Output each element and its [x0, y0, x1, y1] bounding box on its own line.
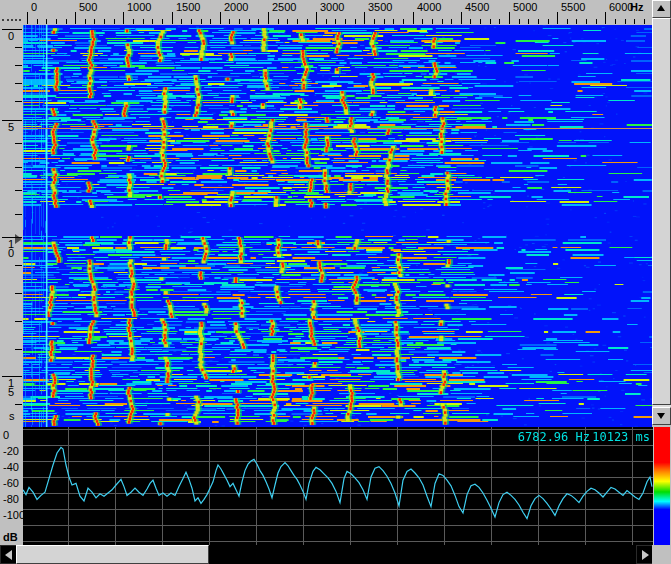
- freq-tick-label: 4000: [417, 1, 441, 13]
- vertical-scrollbar-thumb[interactable]: [652, 18, 671, 405]
- freq-minor-tick: [480, 19, 481, 24]
- horizontal-scrollbar[interactable]: [0, 545, 671, 564]
- db-tick-label: 0: [3, 429, 9, 441]
- freq-minor-tick: [56, 19, 57, 24]
- freq-major-tick: [123, 12, 124, 24]
- time-minor-tick: [15, 321, 22, 322]
- freq-major-tick: [220, 12, 221, 24]
- db-axis-panel: dB 0-20-40-60-80-100: [0, 427, 24, 545]
- spectrum-plot-canvas: [23, 427, 653, 545]
- freq-minor-tick: [201, 19, 202, 24]
- freq-minor-tick: [191, 19, 192, 24]
- freq-major-tick: [172, 12, 173, 24]
- time-tick-label: 5: [8, 123, 14, 132]
- vertical-scrollbar[interactable]: [652, 0, 671, 424]
- freq-tick-label: 5500: [561, 1, 585, 13]
- freq-tick-label: 1500: [176, 1, 200, 13]
- time-minor-tick: [15, 47, 22, 48]
- freq-minor-tick: [133, 19, 134, 24]
- freq-major-tick: [605, 12, 606, 24]
- freq-minor-tick: [104, 19, 105, 24]
- time-minor-tick: [15, 83, 22, 84]
- frequency-readout: 6782.96 Hz: [430, 430, 590, 444]
- freq-minor-tick: [432, 19, 433, 24]
- time-readout: 10123 ms: [592, 430, 650, 444]
- freq-minor-tick: [548, 19, 549, 24]
- horizontal-scrollbar-thumb[interactable]: [16, 545, 209, 564]
- freq-minor-tick: [152, 19, 153, 24]
- freq-minor-tick: [37, 19, 38, 24]
- freq-major-tick: [27, 12, 28, 24]
- freq-minor-tick: [239, 19, 240, 24]
- freq-minor-tick: [162, 19, 163, 24]
- freq-minor-tick: [567, 19, 568, 24]
- freq-minor-tick: [374, 19, 375, 24]
- freq-tick-label: 2500: [272, 1, 296, 13]
- scroll-down-button[interactable]: [652, 407, 671, 425]
- freq-minor-tick: [46, 19, 47, 24]
- freq-minor-tick: [625, 19, 626, 24]
- time-tick-label: 0: [8, 32, 14, 41]
- freq-major-tick: [364, 12, 365, 24]
- freq-minor-tick: [278, 19, 279, 24]
- freq-tick-label: 500: [79, 1, 97, 13]
- freq-major-tick: [509, 12, 510, 24]
- time-minor-tick: [15, 349, 22, 350]
- freq-minor-tick: [384, 19, 385, 24]
- time-minor-tick: [15, 404, 22, 405]
- frequency-ruler: Hz 0500100015002000250030003500400045005…: [23, 0, 652, 26]
- time-minor-tick: [15, 167, 22, 168]
- spectrogram-canvas[interactable]: [23, 25, 652, 427]
- freq-minor-tick: [114, 19, 115, 24]
- freq-minor-tick: [287, 19, 288, 24]
- time-tick-label: 1 5: [8, 379, 14, 397]
- freq-minor-tick: [66, 19, 67, 24]
- freq-minor-tick: [326, 19, 327, 24]
- corner-grip: [2, 19, 21, 21]
- freq-minor-tick: [644, 19, 645, 24]
- time-minor-tick: [15, 143, 22, 144]
- freq-minor-tick: [210, 19, 211, 24]
- right-arrow-icon: [642, 550, 649, 560]
- freq-tick-label: 3500: [368, 1, 392, 13]
- time-unit-label: s: [9, 412, 15, 421]
- freq-minor-tick: [615, 19, 616, 24]
- db-tick-label: -20: [3, 445, 19, 457]
- freq-tick-label: 3000: [320, 1, 344, 13]
- scroll-up-button[interactable]: [652, 0, 671, 18]
- freq-minor-tick: [634, 19, 635, 24]
- freq-minor-tick: [403, 19, 404, 24]
- freq-minor-tick: [143, 19, 144, 24]
- freq-tick-label: 0: [31, 1, 37, 13]
- db-tick-label: -40: [3, 461, 19, 473]
- freq-minor-tick: [229, 19, 230, 24]
- app-window: Hz 0500100015002000250030003500400045005…: [0, 0, 671, 564]
- freq-minor-tick: [519, 19, 520, 24]
- ruler-corner-box: [0, 0, 24, 26]
- up-arrow-icon: [657, 5, 665, 11]
- freq-minor-tick: [528, 19, 529, 24]
- freq-minor-tick: [355, 19, 356, 24]
- time-position-marker[interactable]: [15, 234, 22, 244]
- freq-minor-tick: [470, 19, 471, 24]
- freq-minor-tick: [596, 19, 597, 24]
- freq-minor-tick: [181, 19, 182, 24]
- freq-minor-tick: [576, 19, 577, 24]
- freq-major-tick: [75, 12, 76, 24]
- freq-minor-tick: [297, 19, 298, 24]
- time-tick-label: 1 0: [8, 240, 14, 258]
- freq-minor-tick: [490, 19, 491, 24]
- freq-tick-label: 1000: [127, 1, 151, 13]
- time-minor-tick: [15, 190, 22, 191]
- freq-minor-tick: [307, 19, 308, 24]
- freq-minor-tick: [586, 19, 587, 24]
- time-minor-tick: [15, 293, 22, 294]
- intensity-colorbar-legend: [654, 427, 670, 545]
- freq-minor-tick: [538, 19, 539, 24]
- time-minor-tick: [15, 265, 22, 266]
- freq-major-tick: [268, 12, 269, 24]
- freq-minor-tick: [249, 19, 250, 24]
- freq-minor-tick: [422, 19, 423, 24]
- freq-major-tick: [557, 12, 558, 24]
- time-minor-tick: [15, 101, 22, 102]
